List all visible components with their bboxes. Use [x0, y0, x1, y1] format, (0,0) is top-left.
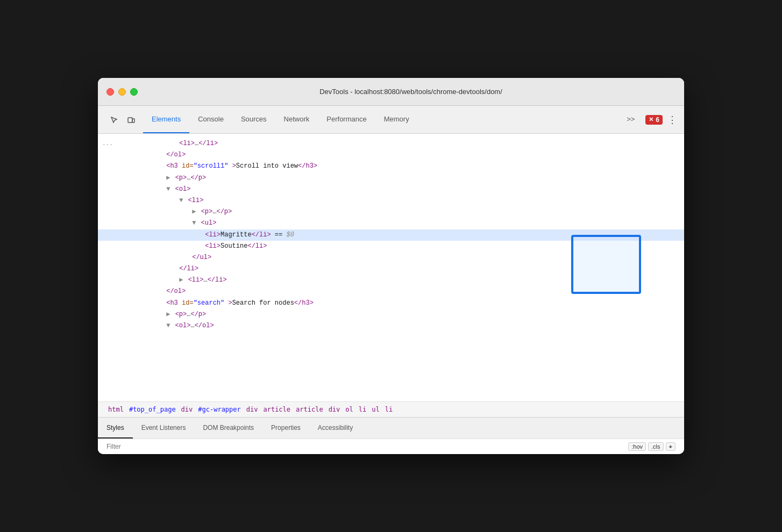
tab-accessibility[interactable]: Accessibility [309, 418, 361, 438]
breadcrumb-html[interactable]: html [106, 405, 125, 414]
svg-rect-0 [128, 118, 132, 123]
close-button[interactable] [106, 88, 114, 96]
dom-line[interactable]: ▶ <li>…</li> [98, 275, 684, 286]
main-content: ... <li>…</li> </ol> <h3 id="scroll1" >S… [98, 134, 684, 454]
tab-network[interactable]: Network [275, 106, 318, 133]
add-style-button[interactable]: + [666, 442, 676, 451]
tab-dom-breakpoints[interactable]: DOM Breakpoints [194, 418, 262, 438]
devtools-window: DevTools - localhost:8080/web/tools/chro… [98, 78, 684, 454]
dom-panel[interactable]: ... <li>…</li> </ol> <h3 id="scroll1" >S… [98, 134, 684, 401]
device-toggle-icon[interactable] [124, 112, 139, 127]
tab-sources[interactable]: Sources [232, 106, 275, 133]
dom-line[interactable]: ▶ <p>…</p> [98, 309, 684, 320]
error-badge[interactable]: ✕ 6 [645, 115, 663, 125]
more-options-icon[interactable]: ⋮ [665, 112, 680, 127]
breadcrumb-article-1[interactable]: article [261, 405, 292, 414]
breadcrumb-article-2[interactable]: article [294, 405, 325, 414]
window-title: DevTools - localhost:8080/web/tools/chro… [146, 88, 676, 96]
dom-line[interactable]: <h3 id="search" >Search for nodes</h3> [98, 298, 684, 309]
dom-line[interactable]: ▼ <li> [98, 195, 684, 206]
dom-line[interactable]: <li>Soutine</li> [98, 241, 684, 252]
filter-bar: :hov .cls + [98, 438, 684, 454]
breadcrumb-gc-wrapper[interactable]: #gc-wrapper [196, 405, 242, 414]
traffic-lights [106, 88, 138, 96]
hov-button[interactable]: :hov [628, 442, 646, 451]
dom-line-selected[interactable]: <li>Magritte</li> == $0 [98, 229, 684, 241]
tab-bar: Elements Console Sources Network Perform… [98, 106, 684, 134]
tab-event-listeners[interactable]: Event Listeners [133, 418, 195, 438]
dom-line[interactable]: ... <li>…</li> [98, 138, 684, 149]
breadcrumb-li-1[interactable]: li [357, 405, 368, 414]
ellipsis-indicator: ... [102, 139, 113, 149]
tab-console[interactable]: Console [189, 106, 232, 133]
breadcrumb-ol[interactable]: ol [344, 405, 354, 414]
tab-performance[interactable]: Performance [318, 106, 375, 133]
titlebar: DevTools - localhost:8080/web/tools/chro… [98, 78, 684, 106]
dom-line[interactable]: ▼ <ol>…</ol> [98, 320, 684, 332]
tab-styles[interactable]: Styles [98, 418, 133, 438]
dom-line[interactable]: <h3 id="scroll1" >Scroll into view</h3> [98, 161, 684, 172]
breadcrumb-div-2[interactable]: div [245, 405, 260, 414]
bottom-tabs: Styles Event Listeners DOM Breakpoints P… [98, 417, 684, 438]
cls-button[interactable]: .cls [648, 442, 664, 451]
inspect-icon[interactable] [106, 112, 122, 127]
filter-input[interactable] [106, 443, 624, 450]
breadcrumb-div-3[interactable]: div [327, 405, 342, 414]
tab-right-controls: >> ✕ 6 ⋮ [618, 106, 680, 133]
tab-elements[interactable]: Elements [143, 106, 189, 133]
dom-line[interactable]: </ol> [98, 286, 684, 297]
tab-properties[interactable]: Properties [262, 418, 309, 438]
tab-memory[interactable]: Memory [375, 106, 418, 133]
filter-right-controls: :hov .cls + [628, 442, 676, 451]
breadcrumb-li-2[interactable]: li [383, 405, 394, 414]
dom-line[interactable]: </ul> [98, 252, 684, 263]
svg-rect-1 [132, 119, 134, 123]
breadcrumb-ul[interactable]: ul [370, 405, 381, 414]
error-x-icon: ✕ [649, 116, 653, 123]
dom-line[interactable]: ▶ <p>…</p> [98, 206, 684, 218]
breadcrumb-div-1[interactable]: div [180, 405, 195, 414]
dom-line[interactable]: ▶ <p>…</p> [98, 172, 684, 184]
dom-line[interactable]: </ol> [98, 149, 684, 161]
dom-line[interactable]: ▼ <ol> [98, 184, 684, 195]
maximize-button[interactable] [130, 88, 138, 96]
dom-line[interactable]: ▼ <ul> [98, 218, 684, 229]
breadcrumb-top-of-page[interactable]: #top_of_page [127, 405, 177, 414]
breadcrumb-bar: html #top_of_page div #gc-wrapper div ar… [98, 401, 684, 417]
more-tabs-button[interactable]: >> [618, 115, 643, 124]
minimize-button[interactable] [118, 88, 126, 96]
dom-line[interactable]: </li> [98, 263, 684, 275]
tab-left-icons [102, 106, 143, 133]
